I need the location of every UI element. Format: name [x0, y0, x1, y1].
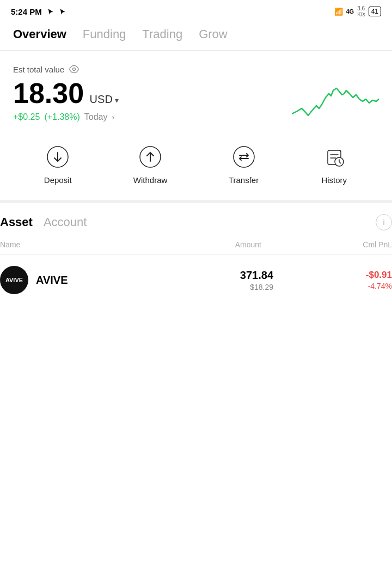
table-header: Name Amount Cml PnL — [0, 240, 392, 255]
history-label: History — [321, 175, 347, 185]
tab-trading[interactable]: Trading — [142, 27, 182, 42]
action-buttons: Deposit Withdraw Transfer — [13, 127, 379, 200]
withdraw-icon — [136, 143, 164, 171]
avive-symbol: AVIVE — [36, 274, 155, 287]
col-amount: Amount — [131, 240, 261, 249]
table-row[interactable]: AVIVE AVIVE 371.84 $18.29 -$0.91 -4.74% — [0, 255, 392, 305]
location-icon2 — [58, 8, 66, 15]
tab-account[interactable]: Account — [44, 215, 87, 229]
battery-icon: 41 — [369, 7, 381, 16]
avive-amount-usd: $18.29 — [155, 283, 273, 291]
currency-label: USD — [90, 93, 113, 105]
svg-point-0 — [73, 68, 76, 71]
transfer-icon — [230, 143, 258, 171]
tab-overview[interactable]: Overview — [13, 27, 66, 42]
deposit-button[interactable]: Deposit — [44, 143, 72, 185]
withdraw-label: Withdraw — [133, 175, 168, 185]
avive-amount-col: 371.84 $18.29 — [155, 269, 273, 291]
avive-pnl: -$0.91 — [273, 270, 392, 281]
avive-logo: AVIVE — [0, 266, 28, 294]
eye-icon[interactable] — [69, 64, 79, 75]
total-value-left: 18.30 USD ▾ +$0.25 (+1.38%) Today › — [13, 78, 119, 122]
change-row: +$0.25 (+1.38%) Today › — [13, 112, 119, 122]
col-pnl: Cml PnL — [261, 240, 392, 249]
status-icons: 📶 4G 3.6K/s 41 — [334, 5, 382, 17]
asset-tab-row: Asset Account i — [0, 214, 392, 230]
avive-pnl-pct: -4.74% — [273, 282, 392, 290]
history-icon — [320, 143, 348, 171]
tab-grow[interactable]: Grow — [199, 27, 228, 42]
change-pct: (+1.38%) — [44, 112, 79, 122]
today-label: Today — [84, 112, 108, 122]
change-amount: +$0.25 — [13, 112, 40, 122]
main-nav: Overview Funding Trading Grow — [0, 22, 392, 51]
speed-label: 3.6K/s — [357, 5, 365, 17]
total-amount: 18.30 — [13, 77, 84, 109]
signal-icon: 📶 — [334, 8, 343, 16]
transfer-button[interactable]: Transfer — [229, 143, 259, 185]
history-button[interactable]: History — [320, 143, 348, 185]
currency-dropdown[interactable]: ▾ — [115, 96, 119, 105]
tab-asset[interactable]: Asset — [0, 215, 33, 229]
est-label-text: Est total value — [13, 65, 64, 74]
total-amount-row: 18.30 USD ▾ — [13, 78, 119, 109]
total-value-row: 18.30 USD ▾ +$0.25 (+1.38%) Today › — [13, 78, 379, 122]
network-4g: 4G — [346, 8, 354, 15]
deposit-icon — [44, 143, 72, 171]
avive-logo-text: AVIVE — [5, 277, 23, 284]
tab-funding[interactable]: Funding — [83, 27, 126, 42]
info-icon[interactable]: i — [376, 214, 392, 230]
col-name: Name — [0, 240, 131, 249]
main-content: Est total value 18.30 USD ▾ +$0.25 (+1.3… — [0, 51, 392, 200]
location-icon — [46, 8, 54, 15]
avive-pnl-col: -$0.91 -4.74% — [273, 270, 392, 290]
svg-point-3 — [234, 147, 254, 167]
portfolio-chart — [292, 78, 379, 122]
transfer-label: Transfer — [229, 175, 259, 185]
status-bar: 5:24 PM 📶 4G 3.6K/s 41 — [0, 0, 392, 22]
est-label-row: Est total value — [13, 64, 379, 75]
status-time: 5:24 PM — [11, 7, 66, 16]
asset-tab-group: Asset Account — [0, 215, 87, 229]
today-arrow[interactable]: › — [112, 113, 114, 121]
withdraw-button[interactable]: Withdraw — [133, 143, 168, 185]
deposit-label: Deposit — [44, 175, 72, 185]
avive-amount: 371.84 — [155, 269, 273, 282]
asset-section: Asset Account i Name Amount Cml PnL AVIV… — [0, 203, 392, 305]
